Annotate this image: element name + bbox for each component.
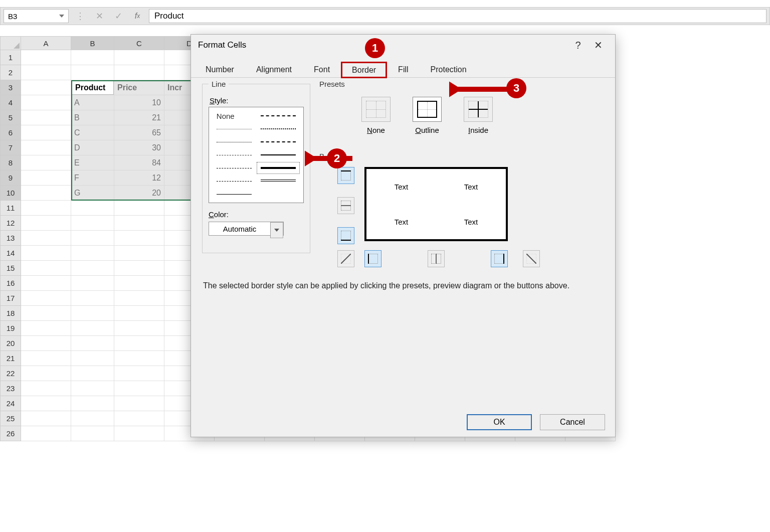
preset-outline[interactable]: Outline [413,97,442,134]
cell[interactable] [21,95,71,110]
line-style-meddash[interactable] [256,135,300,148]
cell[interactable] [21,276,71,291]
line-style-hair[interactable] [212,122,256,135]
line-style-dashdot[interactable] [212,161,256,174]
cell[interactable] [71,411,114,426]
row-header[interactable]: 3 [0,80,21,95]
tab-protection[interactable]: Protection [420,62,477,77]
row-header[interactable]: 8 [0,155,21,170]
cell[interactable] [21,155,71,170]
row-header[interactable]: 20 [0,336,21,351]
cell[interactable] [71,336,114,351]
cell[interactable] [71,261,114,276]
cell[interactable]: A [71,95,114,110]
cell[interactable] [114,336,164,351]
column-header-B[interactable]: B [71,36,114,50]
cell[interactable] [71,351,114,366]
help-icon[interactable]: ? [568,35,588,55]
cell[interactable] [21,140,71,155]
row-header[interactable]: 12 [0,216,21,231]
cell[interactable] [21,170,71,186]
row-header[interactable]: 10 [0,186,21,201]
cell[interactable] [114,246,164,261]
cell[interactable] [71,201,114,216]
border-diag-down-button[interactable] [523,250,540,267]
border-bottom-button[interactable] [337,227,354,244]
cell[interactable] [114,351,164,366]
border-top-button[interactable] [337,167,354,184]
cell[interactable] [71,231,114,246]
cell[interactable] [21,306,71,321]
cell[interactable] [21,201,71,216]
cell[interactable] [114,50,164,65]
line-style-dashdotdot[interactable] [212,148,256,161]
border-right-button[interactable] [491,250,508,267]
name-box-dropdown-icon[interactable] [59,15,64,18]
row-header[interactable]: 11 [0,201,21,216]
line-style-slant[interactable] [256,122,300,135]
cell[interactable] [71,306,114,321]
row-header[interactable]: 4 [0,95,21,110]
cell[interactable] [71,216,114,231]
row-header[interactable]: 21 [0,351,21,366]
cell[interactable] [21,291,71,306]
cell[interactable] [114,321,164,336]
cell[interactable]: F [71,170,114,186]
line-style-meddashdotdot[interactable] [256,109,300,122]
tab-fill[interactable]: Fill [388,62,419,77]
line-style-none[interactable]: None [212,109,256,122]
cell[interactable]: 12 [114,170,164,186]
border-diag-up-button[interactable] [337,250,354,267]
formula-input[interactable]: Product [149,9,766,23]
column-header-C[interactable]: C [114,36,164,50]
cell[interactable] [71,246,114,261]
border-vmiddle-button[interactable] [428,250,445,267]
cell[interactable] [114,411,164,426]
row-header[interactable]: 16 [0,276,21,291]
row-header[interactable]: 9 [0,170,21,186]
cell[interactable] [21,110,71,125]
cell[interactable]: B [71,110,114,125]
row-header[interactable]: 26 [0,426,21,441]
row-header[interactable]: 1 [0,50,21,65]
cell[interactable] [114,291,164,306]
cell[interactable] [114,276,164,291]
cell[interactable] [71,321,114,336]
cell[interactable] [71,366,114,381]
cell[interactable]: 21 [114,110,164,125]
row-header[interactable]: 17 [0,291,21,306]
cell[interactable] [71,396,114,411]
cell[interactable]: Product [71,80,114,95]
line-style-dot[interactable] [212,135,256,148]
cell[interactable] [21,336,71,351]
cell[interactable] [21,321,71,336]
cell[interactable] [71,276,114,291]
cell[interactable] [21,231,71,246]
row-header[interactable]: 14 [0,246,21,261]
row-header[interactable]: 23 [0,381,21,396]
row-header[interactable]: 24 [0,396,21,411]
cell[interactable] [21,80,71,95]
cell[interactable] [71,65,114,80]
expand-icon[interactable]: ⋮ [73,9,88,23]
cell[interactable]: 65 [114,125,164,140]
line-style-list[interactable]: None [209,107,304,203]
row-header[interactable]: 22 [0,366,21,381]
border-hmiddle-button[interactable] [337,197,354,214]
row-header[interactable]: 25 [0,411,21,426]
cell[interactable] [71,426,114,441]
cell[interactable] [21,366,71,381]
cell[interactable]: C [71,125,114,140]
row-header[interactable]: 5 [0,110,21,125]
row-header[interactable]: 2 [0,65,21,80]
cell[interactable] [21,50,71,65]
cell[interactable] [114,231,164,246]
cell[interactable]: 30 [114,140,164,155]
row-header[interactable]: 19 [0,321,21,336]
cell[interactable]: E [71,155,114,170]
cell[interactable] [21,426,71,441]
cell[interactable] [71,381,114,396]
cell[interactable]: 20 [114,186,164,201]
line-style-thick[interactable] [256,161,300,174]
row-header[interactable]: 7 [0,140,21,155]
